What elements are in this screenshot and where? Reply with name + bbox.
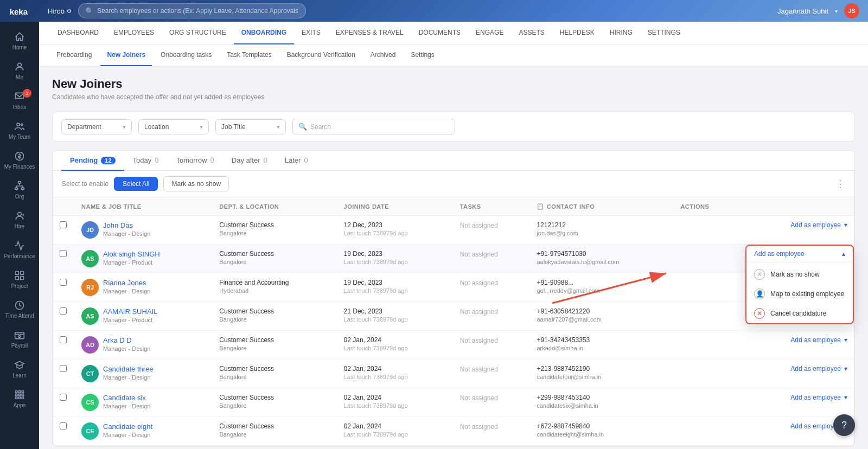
add-as-employee-link[interactable]: Add as employee [790,336,841,344]
svg-rect-12 [21,277,24,280]
sidebar-item-home[interactable]: Home [0,26,39,56]
nav-documents[interactable]: DOCUMENTS [411,22,468,44]
tab-tomorrow[interactable]: Tomorrow 0 [167,151,222,171]
tab-pending[interactable]: Pending 12 [61,151,124,171]
nav-assets[interactable]: ASSETS [511,22,552,44]
tomorrow-count: 0 [210,156,214,164]
row-checkbox[interactable] [60,307,67,315]
employee-name[interactable]: Candidate three [103,365,154,373]
chevron-up-icon[interactable]: ▴ [842,250,845,258]
contact-email: candidatesix@simha.in [537,402,667,409]
add-as-employee-link[interactable]: Add as employee [790,365,841,373]
employee-name[interactable]: Arka D D [103,336,150,344]
nav-helpdesk[interactable]: HELPDESK [552,22,602,44]
search-input[interactable] [310,123,449,131]
joining-date: 02 Jan, 2024 [344,336,447,344]
sidebar-item-apps[interactable]: Apps [0,384,39,414]
sidebar-item-performance[interactable]: Performance [0,235,39,265]
subnav-new-joiners[interactable]: New Joiners [100,44,152,66]
task-status: Not assigned [460,394,498,402]
action-expand-icon[interactable]: ▾ [844,365,847,373]
sidebar-item-finances[interactable]: My Finances [0,145,39,175]
avatar: AS [81,307,99,325]
sidebar-item-inbox[interactable]: 3 Inbox [0,86,39,116]
subnav-task-templates[interactable]: Task Templates [220,44,278,66]
svg-rect-9 [16,272,19,275]
tab-later[interactable]: Later 0 [276,151,317,171]
employee-name[interactable]: AAMAIR SUHAIL [103,307,157,316]
action-expand-icon[interactable]: ▾ [844,336,847,344]
row-checkbox[interactable] [60,336,67,343]
expand-icon[interactable]: ⋮ [835,178,845,190]
row-checkbox[interactable] [60,422,67,429]
table-row: CE Candidate eight Manager - Design [53,417,854,446]
sidebar-item-team[interactable]: My Team [0,116,39,145]
department-filter[interactable]: Department ▾ [61,119,132,134]
task-status: Not assigned [460,365,498,373]
chevron-down-icon[interactable]: ▾ [835,8,838,14]
subnav-onboarding-tasks[interactable]: Onboarding tasks [154,44,218,66]
joining-date: 02 Jan, 2024 [344,365,447,373]
row-checkbox[interactable] [60,365,67,372]
table-search[interactable]: 🔍 [292,119,455,134]
dept-location: Hyderabad [219,287,330,294]
action-expand-icon[interactable]: ▾ [844,221,847,229]
help-button[interactable]: ? [833,414,855,436]
subnav-archived[interactable]: Archived [364,44,403,66]
subnav-settings[interactable]: Settings [404,44,441,66]
sidebar-item-project[interactable]: Project [0,265,39,294]
subnav-background-verification[interactable]: Background Verification [280,44,362,66]
svg-point-2 [17,123,20,126]
app-logo[interactable]: keka [9,3,41,18]
action-expand-icon[interactable]: ▾ [844,394,847,401]
global-search[interactable]: 🔍 [78,3,306,18]
dept-location: Bangalore [219,431,330,438]
sidebar-item-org[interactable]: Org [0,175,39,205]
mark-no-show-button[interactable]: Mark as no show [163,176,229,191]
search-input[interactable] [97,7,299,15]
employee-name[interactable]: Rianna Jones [103,279,150,287]
dropdown-primary-action[interactable]: Add as employee [754,250,805,258]
contact-email: candidateeight@simha.in [537,431,667,438]
nav-engage[interactable]: ENGAGE [468,22,511,44]
select-all-button[interactable]: Select All [114,177,158,191]
employee-name[interactable]: Candidate six [103,394,150,402]
subnav-preboarding[interactable]: Preboarding [50,44,98,66]
row-checkbox[interactable] [60,394,67,401]
sidebar-item-hire[interactable]: Hire [0,205,39,235]
nav-org-structure[interactable]: ORG STRUCTURE [162,22,234,44]
mark-no-show-item[interactable]: ✕ Mark as no show [746,265,853,284]
sidebar-item-me[interactable]: Me [0,56,39,86]
nav-exits[interactable]: EXITS [294,22,328,44]
company-name[interactable]: Hiroo ⚙ [48,7,72,15]
employee-name[interactable]: Candidate eight [103,422,152,431]
row-checkbox[interactable] [60,221,67,228]
nav-hiring[interactable]: HIRING [602,22,640,44]
tab-day-after[interactable]: Day after 0 [223,151,276,171]
task-status: Not assigned [460,308,498,316]
employee-role: Manager - Product [103,259,160,266]
nav-dashboard[interactable]: DASHBOARD [50,22,106,44]
nav-expenses[interactable]: EXPENSES & TRAVEL [328,22,411,44]
employee-name[interactable]: Alok singh SINGH [103,250,160,258]
job-title-filter[interactable]: Job Title ▾ [215,119,286,134]
table-row: JD John Das Manager - Design [53,216,854,245]
location-filter[interactable]: Location ▾ [138,119,209,134]
map-existing-item[interactable]: 👤 Map to existing employee [746,284,853,304]
add-as-employee-link[interactable]: Add as employee [790,221,841,229]
row-checkbox[interactable] [60,250,67,257]
sidebar-item-time[interactable]: Time Attend [0,294,39,324]
nav-onboarding[interactable]: ONBOARDING [234,22,294,44]
sidebar-item-learn[interactable]: Learn [0,354,39,384]
joining-date: 02 Jan, 2024 [344,422,447,430]
nav-settings[interactable]: SETTINGS [640,22,688,44]
row-checkbox[interactable] [60,279,67,286]
add-as-employee-link[interactable]: Add as employee [790,394,841,401]
dept-name: Customer Success [219,365,330,373]
employee-name[interactable]: John Das [103,221,150,229]
tab-today[interactable]: Today 0 [124,151,168,171]
sidebar-item-payroll[interactable]: Payroll [0,324,39,354]
user-avatar[interactable]: JS [844,3,859,18]
nav-employees[interactable]: EMPLOYEES [106,22,162,44]
cancel-candidature-item[interactable]: ✕ Cancel candidature [746,304,853,323]
